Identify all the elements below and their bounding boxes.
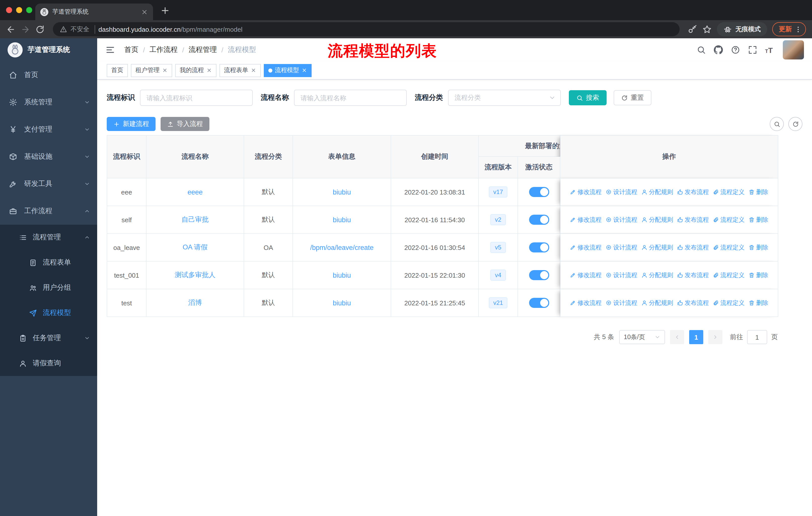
page-number-button[interactable]: 1 xyxy=(689,330,703,344)
security-label[interactable]: 不安全 xyxy=(70,25,95,33)
action-modify-link[interactable]: 修改流程 xyxy=(570,188,602,196)
sidebar-item-user-group[interactable]: 用户分组 xyxy=(0,275,97,300)
model-name-link[interactable]: 测试多审批人 xyxy=(175,271,215,279)
browser-update-button[interactable]: 更新 xyxy=(772,22,806,36)
model-name-link[interactable]: eeee xyxy=(187,188,203,196)
close-icon[interactable] xyxy=(301,67,307,73)
action-delete-link[interactable]: 删除 xyxy=(749,215,768,224)
sidebar-item-infrastructure[interactable]: 基础设施 xyxy=(0,143,97,170)
prev-page-button[interactable] xyxy=(670,330,684,344)
tag-process-form[interactable]: 流程表单 xyxy=(220,64,261,77)
bookmark-icon[interactable] xyxy=(702,24,712,34)
process-name-input[interactable] xyxy=(294,90,407,106)
goto-page-input[interactable] xyxy=(747,330,767,344)
action-design-link[interactable]: 设计流程 xyxy=(606,271,637,279)
action-delete-link[interactable]: 删除 xyxy=(749,243,768,252)
action-delete-link[interactable]: 删除 xyxy=(749,299,768,307)
address-bar[interactable]: 不安全 dashboard.yudao.iocoder.cn/bpm/manag… xyxy=(53,22,679,36)
process-key-input[interactable] xyxy=(140,90,253,106)
action-delete-link[interactable]: 删除 xyxy=(749,271,768,279)
action-publish-link[interactable]: 发布流程 xyxy=(677,215,709,224)
app-logo[interactable]: 芋道管理系统 xyxy=(0,38,97,61)
form-info-link[interactable]: biubiu xyxy=(333,299,351,307)
action-assign-rule-link[interactable]: 分配规则 xyxy=(641,299,673,307)
breadcrumb-workflow[interactable]: 工作流程 xyxy=(149,45,178,54)
sidebar-item-leave-query[interactable]: 请假查询 xyxy=(0,351,97,376)
action-design-link[interactable]: 设计流程 xyxy=(606,215,637,224)
form-info-link[interactable]: /bpm/oa/leave/create xyxy=(310,244,374,251)
model-name-link[interactable]: OA 请假 xyxy=(182,243,207,251)
action-modify-link[interactable]: 修改流程 xyxy=(570,271,602,279)
next-page-button[interactable] xyxy=(708,330,722,344)
action-assign-rule-link[interactable]: 分配规则 xyxy=(641,215,673,224)
action-delete-link[interactable]: 删除 xyxy=(749,188,768,196)
active-toggle[interactable] xyxy=(529,270,549,280)
sidebar-item-dev-tools[interactable]: 研发工具 xyxy=(0,170,97,197)
process-category-select[interactable]: 流程分类 xyxy=(448,90,561,106)
action-modify-link[interactable]: 修改流程 xyxy=(570,243,602,252)
action-design-link[interactable]: 设计流程 xyxy=(606,188,637,196)
model-name-link[interactable]: 滔博 xyxy=(188,299,202,306)
sidebar-item-system-management[interactable]: 系统管理 xyxy=(0,89,97,116)
page-size-select[interactable]: 10条/页 xyxy=(619,330,665,344)
sidebar-item-process-model[interactable]: 流程模型 xyxy=(0,300,97,326)
tab-close-icon[interactable] xyxy=(141,8,148,16)
github-icon[interactable] xyxy=(714,45,723,54)
breadcrumb-process-management[interactable]: 流程管理 xyxy=(189,45,217,54)
sidebar-item-process-form[interactable]: 流程表单 xyxy=(0,250,97,275)
action-definition-link[interactable]: 流程定义 xyxy=(713,243,745,252)
browser-tab[interactable]: 芋道管理系统 xyxy=(35,3,153,20)
action-design-link[interactable]: 设计流程 xyxy=(606,299,637,307)
window-minimize-button[interactable] xyxy=(16,7,22,13)
action-assign-rule-link[interactable]: 分配规则 xyxy=(641,271,673,279)
action-modify-link[interactable]: 修改流程 xyxy=(570,299,602,307)
sidebar-item-home[interactable]: 首页 xyxy=(0,61,97,89)
action-definition-link[interactable]: 流程定义 xyxy=(713,215,745,224)
reload-button[interactable] xyxy=(35,24,45,34)
version-badge[interactable]: v4 xyxy=(490,270,506,281)
sidebar-item-workflow[interactable]: 工作流程 xyxy=(0,197,97,225)
browser-menu-icon[interactable] xyxy=(794,25,802,33)
form-info-link[interactable]: biubiu xyxy=(333,188,351,196)
action-definition-link[interactable]: 流程定义 xyxy=(713,271,745,279)
tag-my-process[interactable]: 我的流程 xyxy=(175,64,216,77)
password-manager-icon[interactable] xyxy=(688,24,697,34)
window-zoom-button[interactable] xyxy=(26,7,32,13)
search-button[interactable]: 搜索 xyxy=(569,90,607,105)
breadcrumb-home[interactable]: 首页 xyxy=(124,45,139,54)
forward-button[interactable] xyxy=(21,24,30,34)
sidebar-item-task-management[interactable]: 任务管理 xyxy=(0,326,97,351)
active-toggle[interactable] xyxy=(529,187,549,197)
user-avatar[interactable] xyxy=(783,40,804,59)
action-design-link[interactable]: 设计流程 xyxy=(606,243,637,252)
sidebar-item-payment-management[interactable]: 支付管理 xyxy=(0,116,97,143)
import-process-button[interactable]: 导入流程 xyxy=(161,117,209,131)
tag-process-model[interactable]: 流程模型 xyxy=(264,64,312,77)
new-tab-button[interactable] xyxy=(160,5,170,16)
close-icon[interactable] xyxy=(206,67,212,73)
reset-button[interactable]: 重置 xyxy=(614,90,651,105)
toggle-search-button[interactable] xyxy=(770,117,784,131)
form-info-link[interactable]: biubiu xyxy=(333,216,351,223)
action-publish-link[interactable]: 发布流程 xyxy=(677,299,709,307)
close-icon[interactable] xyxy=(251,67,256,73)
active-toggle[interactable] xyxy=(529,298,549,308)
action-modify-link[interactable]: 修改流程 xyxy=(570,215,602,224)
form-info-link[interactable]: biubiu xyxy=(333,271,351,279)
active-toggle[interactable] xyxy=(529,215,549,225)
action-publish-link[interactable]: 发布流程 xyxy=(677,271,709,279)
help-icon[interactable] xyxy=(731,45,740,54)
version-badge[interactable]: v5 xyxy=(490,242,506,253)
sidebar-toggle-icon[interactable] xyxy=(105,45,115,55)
version-badge[interactable]: v21 xyxy=(489,297,508,309)
action-definition-link[interactable]: 流程定义 xyxy=(713,299,745,307)
model-name-link[interactable]: 自己审批 xyxy=(181,216,209,223)
back-button[interactable] xyxy=(6,24,16,34)
active-toggle[interactable] xyxy=(529,242,549,252)
action-assign-rule-link[interactable]: 分配规则 xyxy=(641,188,673,196)
version-badge[interactable]: v2 xyxy=(490,214,506,225)
sidebar-item-process-management[interactable]: 流程管理 xyxy=(0,225,97,250)
action-publish-link[interactable]: 发布流程 xyxy=(677,188,709,196)
security-warning-icon[interactable] xyxy=(60,26,67,33)
tag-tenant-management[interactable]: 租户管理 xyxy=(131,64,172,77)
